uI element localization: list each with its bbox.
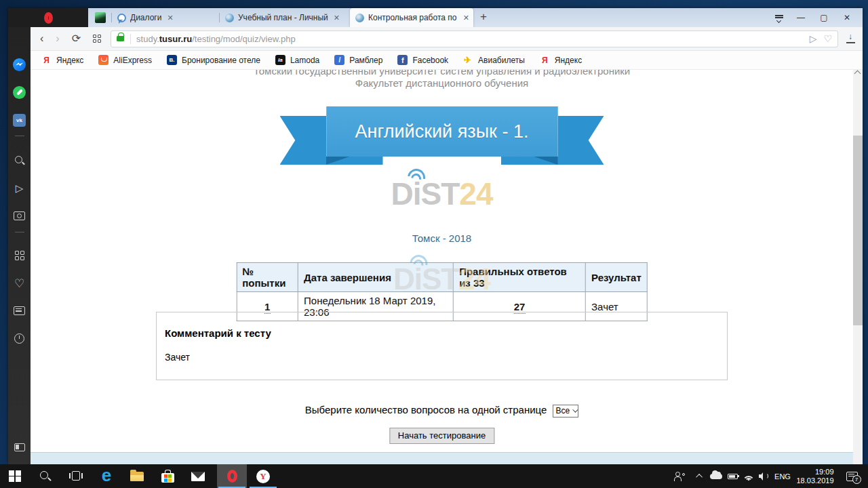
- window-controls: — ▢ ✕: [769, 8, 863, 27]
- microsoft-store-icon[interactable]: [153, 464, 182, 488]
- tab-study-plan[interactable]: Учебный план - Личный ✕: [220, 8, 350, 27]
- yandex-icon: Я: [540, 55, 550, 65]
- questions-per-page-label: Выберите количество вопросов на одной ст…: [305, 404, 547, 415]
- my-flow-icon[interactable]: ▷: [8, 183, 31, 193]
- opera-taskbar-icon[interactable]: [217, 464, 247, 488]
- bookmark-aliexpress[interactable]: AliExpress: [98, 55, 152, 65]
- bookmark-lamoda[interactable]: laLamoda: [275, 55, 319, 65]
- bookmark-facebook[interactable]: fFacebook: [397, 55, 448, 65]
- tusur-favicon: [225, 14, 234, 22]
- address-bar[interactable]: study.tusur.ru/testing/mod/quiz/view.php…: [111, 30, 838, 47]
- lamoda-icon: la: [275, 55, 285, 65]
- bookmark-heart-icon[interactable]: ♡: [823, 33, 832, 44]
- personal-news-icon[interactable]: [8, 306, 31, 315]
- onedrive-cloud-icon[interactable]: [708, 464, 724, 488]
- sidebar-divider: [8, 136, 31, 136]
- page-footer-strip: [31, 452, 853, 464]
- tab-close-icon[interactable]: ✕: [463, 14, 469, 22]
- speed-dial-grid-icon[interactable]: [93, 35, 101, 43]
- search-tabs-icon[interactable]: [8, 155, 31, 166]
- col-attempt: № попытки: [237, 263, 298, 292]
- whatsapp-icon[interactable]: [8, 86, 31, 99]
- bookmark-aviabilety[interactable]: Авиабилеты: [463, 55, 525, 65]
- bookmarks-bar: ЯЯндекс AliExpress B.Бронирование отеле …: [31, 51, 863, 70]
- url-text: study.tusur.ru/testing/mod/quiz/view.php: [136, 34, 296, 44]
- wifi-arcs-icon: [408, 167, 428, 182]
- notification-badge: 7: [852, 475, 861, 484]
- tusur-favicon: [355, 14, 364, 22]
- vertical-scrollbar[interactable]: [853, 70, 863, 464]
- col-date: Дата завершения: [298, 263, 454, 292]
- back-button[interactable]: ‹: [40, 33, 43, 44]
- send-to-flow-icon[interactable]: ▷: [810, 33, 817, 44]
- university-name: Томский государственный университет сист…: [31, 70, 853, 77]
- history-clock-icon[interactable]: [8, 333, 31, 344]
- reload-button[interactable]: ⟳: [72, 33, 81, 44]
- start-button[interactable]: [0, 464, 30, 488]
- tray-time: 19:09: [815, 468, 834, 476]
- bookmark-booking[interactable]: B.Бронирование отеле: [167, 55, 260, 65]
- language-indicator[interactable]: ENG: [772, 464, 793, 488]
- volume-icon[interactable]: [755, 464, 772, 488]
- snapshot-camera-icon[interactable]: [8, 211, 31, 220]
- course-title: Английский язык - 1.: [355, 121, 529, 142]
- taskbar-search-icon[interactable]: [31, 464, 60, 488]
- facebook-icon: f: [397, 55, 408, 65]
- questions-per-page-row: Выберите количество вопросов на одной ст…: [31, 404, 853, 418]
- tab-quiz-active[interactable]: Контрольная работа по д ✕: [350, 8, 473, 27]
- address-divider: [130, 34, 131, 44]
- chevron-down-icon: [572, 407, 578, 412]
- tab-menu-icon[interactable]: [769, 8, 789, 27]
- tab-label: Контрольная работа по д: [368, 13, 458, 22]
- file-explorer-icon[interactable]: [122, 464, 152, 488]
- pinned-tab-favicon[interactable]: [95, 12, 106, 23]
- minimize-button[interactable]: —: [789, 8, 812, 27]
- test-comment-box: Комментарий к тесту Зачет: [156, 312, 728, 380]
- bookmark-yandex[interactable]: ЯЯндекс: [41, 55, 83, 65]
- start-test-button[interactable]: Начать тестирование: [389, 428, 494, 444]
- clock-date[interactable]: 19:0918.03.2019: [793, 464, 837, 488]
- bookmark-yandex-2[interactable]: ЯЯндекс: [540, 55, 582, 65]
- wifi-icon[interactable]: [741, 464, 757, 488]
- sidebar-setup-icon[interactable]: [8, 443, 31, 451]
- secure-lock-icon[interactable]: [117, 36, 124, 41]
- action-center-icon[interactable]: 7: [841, 464, 863, 488]
- booking-icon: B.: [167, 55, 177, 65]
- faculty-name: Факультет дистанционного обучения: [31, 77, 853, 89]
- comment-title: Комментарий к тесту: [165, 327, 719, 339]
- opera-sidebar: vk ▷ ♡: [8, 27, 31, 464]
- scroll-up-arrow-icon[interactable]: [854, 70, 861, 77]
- tab-label: Диалоги: [130, 13, 161, 22]
- opera-logo-icon: [44, 12, 53, 24]
- tab-bar: Диалоги ✕ Учебный план - Личный ✕ Контро…: [8, 8, 863, 27]
- tab-close-icon[interactable]: ✕: [167, 14, 173, 22]
- table-header-row: № попытки Дата завершения Правильных отв…: [237, 263, 648, 292]
- speed-dial-icon[interactable]: [8, 251, 31, 260]
- tab-label: Учебный план - Личный: [238, 13, 328, 22]
- tab-dialogs[interactable]: Диалоги ✕: [112, 8, 219, 27]
- tab-close-icon[interactable]: ✕: [334, 14, 340, 22]
- battery-icon[interactable]: [724, 464, 741, 488]
- messenger-icon[interactable]: [8, 58, 31, 71]
- task-view-icon[interactable]: [61, 464, 91, 488]
- mail-icon[interactable]: [183, 464, 213, 488]
- yandex-icon: Я: [41, 55, 52, 65]
- bookmarks-heart-icon[interactable]: ♡: [8, 278, 31, 289]
- scrollbar-thumb[interactable]: [853, 136, 863, 325]
- questions-per-page-select[interactable]: Все: [553, 405, 579, 418]
- downloads-icon[interactable]: [846, 34, 856, 43]
- vk-icon[interactable]: vk: [8, 114, 31, 127]
- close-button[interactable]: ✕: [835, 8, 859, 27]
- new-tab-button[interactable]: +: [473, 8, 494, 27]
- aliexpress-icon: [98, 55, 108, 65]
- opera-menu-button[interactable]: [8, 8, 88, 27]
- course-title-ribbon: Английский язык - 1.: [280, 105, 604, 169]
- maximize-button[interactable]: ▢: [812, 8, 835, 27]
- edge-icon[interactable]: e: [92, 464, 121, 488]
- bookmark-rambler[interactable]: /Рамблер: [334, 55, 382, 65]
- people-tray-icon[interactable]: [670, 464, 689, 488]
- forward-button[interactable]: ›: [56, 33, 59, 44]
- tray-expand-chevron-icon[interactable]: [693, 464, 707, 488]
- sidebar-divider: [8, 232, 31, 232]
- yandex-browser-icon[interactable]: Y: [248, 464, 278, 488]
